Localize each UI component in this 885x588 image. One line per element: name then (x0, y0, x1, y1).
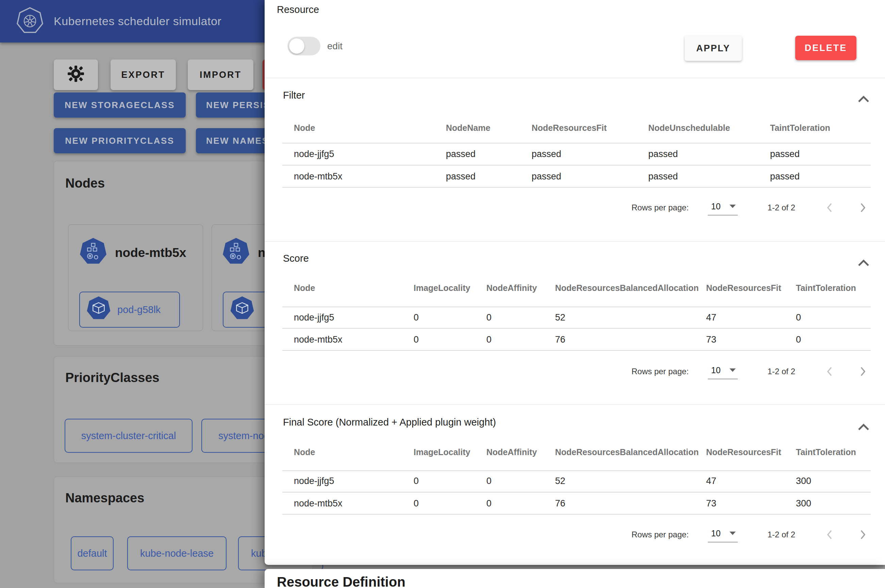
namespace-chip[interactable]: default (71, 536, 114, 570)
final-score-table-header-row: Node ImageLocality NodeAffinity NodeReso… (282, 447, 871, 457)
cell-node: node-jjfg5 (282, 149, 446, 159)
chevron-up-icon (858, 98, 869, 104)
apply-button[interactable]: APPLY (685, 36, 742, 61)
namespaces-panel-title: Namespaces (65, 491, 144, 506)
rows-per-page-value: 10 (711, 201, 721, 212)
pod-chip[interactable]: pod-g58lk (79, 292, 180, 328)
cell-node: node-mtb5x (282, 334, 413, 345)
new-persistentvolume-label: NEW PERSIS (206, 100, 270, 111)
divider (282, 470, 871, 471)
cell: 0 (796, 334, 871, 345)
export-button-label: EXPORT (121, 70, 165, 80)
cell: 0 (413, 334, 486, 345)
cell: 47 (706, 312, 796, 323)
cell: passed (446, 149, 532, 159)
final-score-collapse-button[interactable] (858, 423, 871, 434)
cell: 0 (486, 498, 555, 509)
divider (282, 143, 871, 143)
dropdown-caret-icon (730, 532, 736, 535)
chevron-up-icon (858, 426, 869, 432)
cell: 0 (796, 312, 871, 323)
edit-toggle[interactable] (287, 37, 320, 56)
column-header: ImageLocality (413, 283, 486, 293)
app-title: Kubernetes scheduler simulator (54, 15, 221, 28)
cell: passed (770, 171, 871, 182)
next-page-button[interactable] (856, 365, 868, 378)
score-pagination: Rows per page: 10 1-2 of 2 (282, 360, 871, 383)
score-collapse-button[interactable] (858, 260, 871, 270)
filter-section-title: Filter (283, 90, 305, 101)
column-header: NodeAffinity (486, 283, 555, 293)
cell-node: node-mtb5x (282, 498, 413, 509)
divider (282, 187, 871, 188)
previous-page-button[interactable] (824, 365, 836, 378)
priorityclass-name: system-cluster-critical (81, 430, 176, 441)
cell-node: node-jjfg5 (282, 312, 413, 323)
cell: passed (532, 171, 648, 182)
import-button[interactable]: IMPORT (188, 60, 253, 90)
cell: 300 (796, 498, 871, 509)
score-table-header-row: Node ImageLocality NodeAffinity NodeReso… (282, 283, 871, 293)
divider (282, 328, 871, 328)
cell: 76 (555, 334, 706, 345)
column-header: NodeName (446, 123, 532, 133)
rows-per-page-select[interactable]: 10 (708, 200, 738, 216)
pod-icon (230, 296, 255, 324)
column-header: TaintToleration (796, 447, 871, 457)
cell: passed (648, 149, 770, 159)
node-name: node-mtb5x (115, 246, 186, 260)
gear-icon (67, 65, 85, 85)
edit-toggle-label: edit (327, 41, 343, 52)
divider (282, 165, 871, 165)
rows-per-page-select[interactable]: 10 (708, 527, 738, 543)
cell: passed (648, 171, 770, 182)
rows-per-page-label: Rows per page: (632, 367, 689, 376)
cell: 0 (413, 476, 486, 486)
column-header: NodeResourcesBalancedAllocation (555, 447, 706, 457)
next-page-button[interactable] (856, 201, 868, 214)
pod-icon (86, 296, 111, 324)
rows-per-page-select[interactable]: 10 (708, 364, 738, 379)
previous-page-button[interactable] (824, 201, 836, 214)
kubernetes-scheduler-simulator-screen: Kubernetes scheduler simulator (0, 0, 885, 588)
new-priorityclass-label: NEW PRIORITYCLASS (65, 136, 174, 146)
filter-collapse-button[interactable] (858, 96, 871, 106)
dropdown-caret-icon (730, 368, 736, 372)
export-button[interactable]: EXPORT (111, 60, 176, 90)
new-storageclass-button[interactable]: NEW STORAGECLASS (54, 93, 186, 118)
table-row: node-jjfg5 0 0 52 47 0 (282, 312, 871, 323)
cell: passed (446, 171, 532, 182)
namespace-chip[interactable]: kube-node-lease (127, 536, 227, 570)
resource-definition-sheet: Resource Definition (264, 569, 885, 588)
divider (282, 307, 871, 307)
previous-page-button[interactable] (824, 528, 836, 541)
next-page-button[interactable] (856, 528, 868, 541)
column-header: Node (282, 447, 413, 457)
column-header: Node (282, 283, 413, 293)
delete-button[interactable]: DELETE (795, 36, 856, 60)
cell: 0 (413, 498, 486, 509)
priorityclass-chip[interactable]: system-cluster-critical (65, 419, 192, 453)
rows-per-page-value: 10 (711, 528, 721, 538)
pagination-range: 1-2 of 2 (768, 530, 795, 539)
column-header: TaintToleration (770, 123, 871, 133)
new-priorityclass-button[interactable]: NEW PRIORITYCLASS (54, 128, 186, 153)
column-header: NodeResourcesBalancedAllocation (555, 283, 706, 293)
cell-node: node-jjfg5 (282, 476, 413, 486)
kubernetes-logo-icon (17, 7, 44, 36)
column-header: NodeUnschedulable (648, 123, 770, 133)
rows-per-page-label: Rows per page: (632, 203, 689, 212)
table-row: node-jjfg5 passed passed passed passed (282, 149, 871, 159)
cell: 52 (555, 312, 706, 323)
import-button-label: IMPORT (200, 70, 242, 80)
edit-toggle-knob (289, 38, 304, 54)
chevron-up-icon (858, 262, 869, 268)
cell: 0 (413, 312, 486, 323)
nodes-panel-title: Nodes (65, 176, 105, 190)
new-namespace-label: NEW NAMES (206, 136, 269, 146)
new-storageclass-label: NEW STORAGECLASS (65, 100, 175, 111)
table-row: node-jjfg5 0 0 52 47 300 (282, 476, 871, 486)
cell: 52 (555, 476, 706, 486)
cell: 47 (706, 476, 796, 486)
settings-button[interactable] (54, 60, 98, 90)
